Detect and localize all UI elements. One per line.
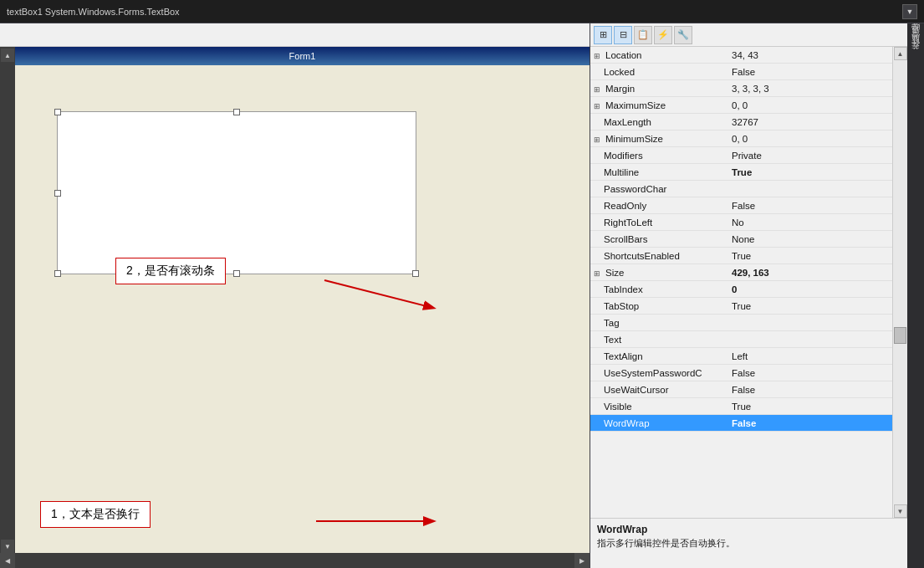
props-name-maxlength: MaxLength — [590, 117, 728, 127]
props-value-visible: True — [728, 402, 892, 412]
props-row-multiline[interactable]: MultilineTrue — [590, 164, 892, 181]
form1-titlebar: Form1 — [15, 47, 590, 65]
props-row-margin[interactable]: ⊞Margin3, 3, 3, 3 — [590, 80, 892, 97]
props-row-scrollbars[interactable]: ScrollBarsNone — [590, 231, 892, 248]
props-name-passwordchar: PasswordChar — [590, 184, 728, 194]
props-copy-btn[interactable]: 📋 — [634, 26, 652, 44]
props-alphabetical-btn[interactable]: ⊟ — [614, 26, 632, 44]
props-value-righttoleft: No — [728, 217, 892, 228]
props-value-maximumsize: 0, 0 — [728, 100, 892, 110]
annotation2-text: 2，是否有滚动条 — [126, 264, 215, 277]
props-name-tabstop: TabStop — [590, 301, 728, 311]
props-row-maximumsize[interactable]: ⊞MaximumSize0, 0 — [590, 97, 892, 114]
props-toolbar: ⊞ ⊟ 📋 ⚡ 🔧 — [590, 23, 907, 47]
handle-middle-left[interactable] — [54, 190, 61, 197]
props-name-usesystempassword: UseSystemPasswordC — [590, 368, 728, 378]
handle-top-left[interactable] — [54, 109, 61, 115]
props-value-usesystempassword: False — [728, 368, 892, 378]
props-name-wordwrap: WordWrap — [590, 418, 728, 428]
props-name-righttoleft: RightToLeft — [590, 217, 728, 228]
props-row-usesystempassword[interactable]: UseSystemPasswordCFalse — [590, 365, 892, 381]
props-name-scrollbars: ScrollBars — [590, 234, 728, 244]
props-value-readonly: False — [728, 201, 892, 211]
props-name-size: ⊞Size — [590, 268, 728, 278]
form1-window: Form1 2 — [15, 47, 590, 553]
props-settings-btn[interactable]: 🔧 — [674, 26, 692, 44]
designer-canvas: Form1 2 — [15, 47, 590, 553]
props-row-textalign[interactable]: TextAlignLeft — [590, 348, 892, 365]
props-value-textalign: Left — [728, 351, 892, 361]
props-row-minimumsize[interactable]: ⊞MinimumSize0, 0 — [590, 130, 892, 147]
props-value-multiline: True — [728, 167, 892, 177]
props-row-maxlength[interactable]: MaxLength32767 — [590, 114, 892, 130]
handle-top-center[interactable] — [233, 109, 240, 115]
props-name-textalign: TextAlign — [590, 351, 728, 361]
handle-bottom-center[interactable] — [233, 270, 240, 277]
annotation1-text: 1，文本是否换行 — [51, 507, 140, 520]
props-row-modifiers[interactable]: ModifiersPrivate — [590, 147, 892, 164]
props-name-minimumsize: ⊞MinimumSize — [590, 134, 728, 144]
props-value-locked: False — [728, 67, 892, 77]
form1-title: Form1 — [289, 51, 316, 61]
props-scrollbar-v: ▲ ▼ — [892, 47, 907, 518]
props-row-size[interactable]: ⊞Size429, 163 — [590, 264, 892, 281]
props-value-maxlength: 32767 — [728, 117, 892, 127]
props-value-margin: 3, 3, 3, 3 — [728, 84, 892, 94]
props-categorized-btn[interactable]: ⊞ — [594, 26, 612, 44]
scroll-right-arrow[interactable]: ▶ — [574, 553, 590, 568]
component-selector-text: textBox1 System.Windows.Forms.TextBox — [7, 7, 180, 17]
props-name-tag: Tag — [590, 318, 728, 328]
props-scroll-down[interactable]: ▼ — [894, 504, 907, 518]
props-value-shortcutsenabled: True — [728, 251, 892, 261]
props-value-tabindex: 0 — [728, 284, 892, 294]
props-value-wordwrap: False — [728, 418, 892, 428]
props-row-visible[interactable]: VisibleTrue — [590, 398, 892, 415]
props-value-scrollbars: None — [728, 234, 892, 244]
props-row-shortcutsenabled[interactable]: ShortcutsEnabledTrue — [590, 248, 892, 264]
props-name-readonly: ReadOnly — [590, 201, 728, 211]
form1-body: 2，是否有滚动条 — [15, 65, 590, 553]
props-row-wordwrap[interactable]: WordWrapFalse — [590, 415, 892, 432]
right-sidebar-text: 差 计 脑 营 遇 哗 诲 識 — [910, 28, 921, 57]
left-scrollbar: ▲ ▼ — [0, 47, 15, 553]
props-name-shortcutsenabled: ShortcutsEnabled — [590, 251, 728, 261]
props-row-tag[interactable]: Tag — [590, 315, 892, 331]
annotation-box-1: 1，文本是否换行 — [40, 501, 151, 528]
props-name-modifiers: Modifiers — [590, 151, 728, 161]
svg-line-0 — [324, 280, 433, 308]
right-sidebar: 差 计 脑 营 遇 哗 诲 識 — [907, 23, 924, 568]
props-row-righttoleft[interactable]: RightToLeftNo — [590, 214, 892, 231]
properties-panel: ⊞ ⊟ 📋 ⚡ 🔧 ⊞Location34, 43LockedFalse⊞Mar… — [590, 23, 907, 568]
props-row-tabindex[interactable]: TabIndex0 — [590, 281, 892, 298]
props-desc-text: 指示多行编辑控件是否自动换行。 — [597, 537, 901, 550]
props-value-location: 34, 43 — [728, 50, 892, 60]
props-value-size: 429, 163 — [728, 268, 892, 278]
component-selector-dropdown[interactable]: ▼ — [902, 4, 917, 19]
props-row-readonly[interactable]: ReadOnlyFalse — [590, 197, 892, 214]
props-value-usewaitcursor: False — [728, 385, 892, 395]
scroll-up-arrow[interactable]: ▲ — [1, 49, 14, 62]
props-row-passwordchar[interactable]: PasswordChar — [590, 181, 892, 197]
props-value-minimumsize: 0, 0 — [728, 134, 892, 144]
props-scroll-up[interactable]: ▲ — [894, 47, 907, 60]
handle-bottom-left[interactable] — [54, 270, 61, 277]
props-description: WordWrap 指示多行编辑控件是否自动换行。 — [590, 518, 907, 568]
textbox-control[interactable] — [57, 111, 416, 274]
handle-bottom-right[interactable] — [412, 270, 419, 277]
props-panel-inner: ⊞Location34, 43LockedFalse⊞Margin3, 3, 3… — [590, 47, 907, 518]
main-area: ▲ ▼ Form1 — [0, 23, 924, 568]
props-row-tabstop[interactable]: TabStopTrue — [590, 298, 892, 315]
props-value-modifiers: Private — [728, 151, 892, 161]
scroll-down-arrow[interactable]: ▼ — [1, 540, 14, 553]
scroll-left-arrow[interactable]: ◀ — [0, 553, 15, 568]
props-row-text[interactable]: Text — [590, 331, 892, 348]
props-name-margin: ⊞Margin — [590, 84, 728, 94]
props-table: ⊞Location34, 43LockedFalse⊞Margin3, 3, 3… — [590, 47, 892, 518]
props-events-btn[interactable]: ⚡ — [654, 26, 672, 44]
props-row-usewaitcursor[interactable]: UseWaitCursorFalse — [590, 381, 892, 398]
props-desc-title: WordWrap — [597, 524, 901, 535]
props-name-text: Text — [590, 335, 728, 345]
props-row-location[interactable]: ⊞Location34, 43 — [590, 47, 892, 64]
props-scroll-thumb[interactable] — [894, 327, 906, 344]
props-row-locked[interactable]: LockedFalse — [590, 64, 892, 80]
